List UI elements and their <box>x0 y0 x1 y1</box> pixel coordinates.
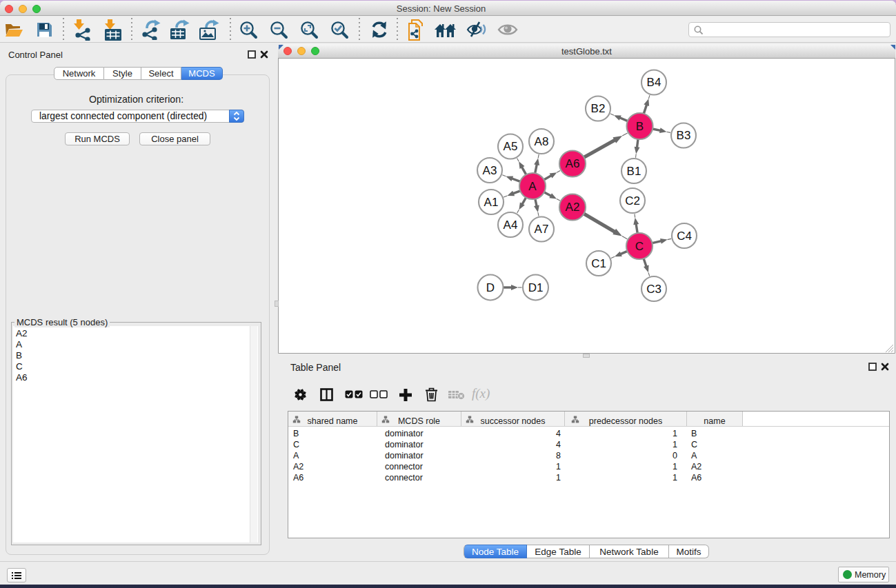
svg-text:A5: A5 <box>504 140 518 153</box>
svg-text:A6: A6 <box>566 157 580 170</box>
svg-text:B2: B2 <box>591 102 606 115</box>
svg-text:A8: A8 <box>535 135 549 148</box>
svg-text:C2: C2 <box>625 194 640 207</box>
svg-text:B4: B4 <box>647 76 661 89</box>
svg-text:A7: A7 <box>535 223 549 236</box>
svg-text:C4: C4 <box>677 230 692 243</box>
svg-text:A4: A4 <box>504 219 518 232</box>
svg-text:A2: A2 <box>566 201 580 214</box>
svg-text:B3: B3 <box>677 129 691 142</box>
svg-text:D1: D1 <box>528 281 544 294</box>
svg-text:B1: B1 <box>627 165 641 178</box>
svg-text:A1: A1 <box>484 196 499 209</box>
svg-text:A: A <box>528 180 537 193</box>
svg-text:A3: A3 <box>483 164 497 177</box>
svg-text:C3: C3 <box>646 283 661 296</box>
svg-text:C1: C1 <box>591 257 606 270</box>
svg-text:D: D <box>486 281 495 294</box>
svg-text:C: C <box>635 240 644 253</box>
svg-text:B: B <box>636 120 644 133</box>
